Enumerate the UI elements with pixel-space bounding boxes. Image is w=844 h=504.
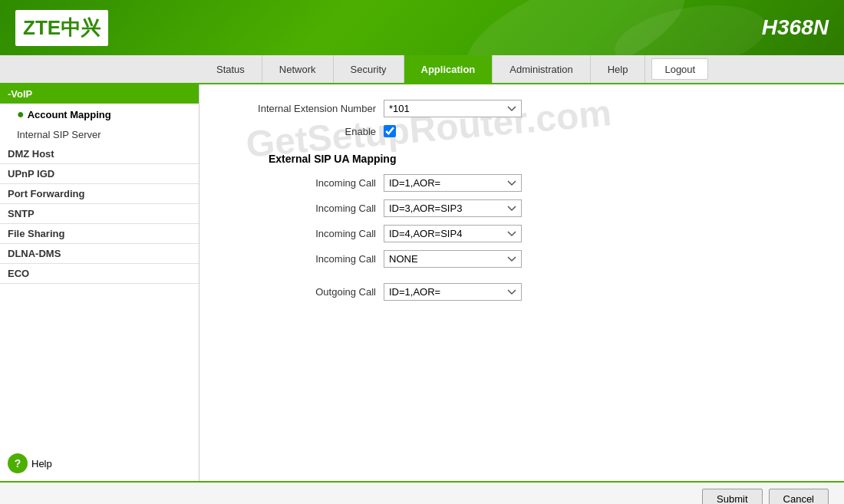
sidebar-help[interactable]: ? Help — [8, 453, 52, 473]
nav-security[interactable]: Security — [334, 55, 404, 83]
sidebar-voip-section: -VoIP — [0, 84, 199, 104]
enable-row: Enable — [223, 125, 821, 137]
incoming-call-row-1: Incoming Call ID=1,AOR= ID=2,AOR=SIP2 NO… — [223, 174, 821, 192]
sidebar-account-mapping-label: Account Mapping — [28, 109, 111, 120]
outgoing-call-select[interactable]: ID=1,AOR= ID=2,AOR=SIP2 NONE — [384, 283, 522, 301]
enable-label: Enable — [223, 126, 376, 137]
nav-bar: Status Network Security Application Admi… — [0, 55, 844, 84]
nav-status[interactable]: Status — [199, 55, 262, 83]
sidebar-item-dlna-dms[interactable]: DLNA-DMS — [0, 244, 199, 264]
incoming-call-row-4: Incoming Call NONE ID=1,AOR= — [223, 250, 821, 268]
sidebar-item-port-forwarding[interactable]: Port Forwarding — [0, 184, 199, 204]
main-layout: -VoIP ● Account Mapping Internal SIP Ser… — [0, 84, 844, 481]
sidebar-item-dmz-host[interactable]: DMZ Host — [0, 144, 199, 164]
header: ZTE中兴 H368N — [0, 0, 844, 55]
outgoing-call-label: Outgoing Call — [223, 286, 376, 298]
incoming-call-row-3: Incoming Call ID=4,AOR=SIP4 NONE — [223, 225, 821, 242]
bottom-section: Submit Cancel Copyright © 2013 ZTE Corpo… — [0, 481, 844, 504]
sidebar-help-label: Help — [31, 458, 52, 469]
help-icon: ? — [8, 453, 28, 473]
incoming-call-label-4: Incoming Call — [223, 253, 376, 265]
sidebar: -VoIP ● Account Mapping Internal SIP Ser… — [0, 84, 199, 481]
sidebar-item-upnp-igd[interactable]: UPnP IGD — [0, 164, 199, 184]
sidebar-internal-sip-label: Internal SIP Server — [17, 129, 101, 140]
sidebar-item-eco[interactable]: ECO — [0, 264, 199, 284]
extension-select[interactable]: *101 *102 *103 — [384, 100, 522, 117]
logo-text: ZTE中兴 — [23, 16, 101, 39]
nav-network[interactable]: Network — [262, 55, 334, 83]
incoming-call-label-3: Incoming Call — [223, 228, 376, 239]
nav-logout[interactable]: Logout — [651, 58, 708, 80]
section-title: External SIP UA Mapping — [269, 153, 821, 165]
incoming-call-select-2[interactable]: ID=3,AOR=SIP3 NONE — [384, 199, 522, 217]
submit-button[interactable]: Submit — [702, 489, 762, 504]
sidebar-item-file-sharing[interactable]: File Sharing — [0, 224, 199, 244]
outgoing-call-row: Outgoing Call ID=1,AOR= ID=2,AOR=SIP2 NO… — [223, 283, 821, 301]
sidebar-item-sntp[interactable]: SNTP — [0, 204, 199, 224]
extension-row: Internal Extension Number *101 *102 *103 — [223, 100, 821, 117]
cancel-button[interactable]: Cancel — [769, 489, 829, 504]
content-area: GetSetupRouter.com Internal Extension Nu… — [199, 84, 844, 481]
nav-application[interactable]: Application — [404, 55, 493, 83]
incoming-call-select-3[interactable]: ID=4,AOR=SIP4 NONE — [384, 225, 522, 242]
sidebar-item-internal-sip[interactable]: Internal SIP Server — [0, 125, 199, 144]
logo: ZTE中兴 — [15, 10, 108, 46]
incoming-call-label-2: Incoming Call — [223, 203, 376, 214]
incoming-call-label-1: Incoming Call — [223, 177, 376, 189]
nav-administration[interactable]: Administration — [493, 55, 590, 83]
sidebar-item-account-mapping[interactable]: ● Account Mapping — [0, 104, 199, 125]
incoming-call-select-1[interactable]: ID=1,AOR= ID=2,AOR=SIP2 NONE — [384, 174, 522, 192]
bullet-icon: ● — [17, 107, 25, 121]
incoming-call-select-4[interactable]: NONE ID=1,AOR= — [384, 250, 522, 268]
enable-checkbox[interactable] — [384, 125, 396, 137]
logo-box: ZTE中兴 — [15, 10, 108, 46]
extension-label: Internal Extension Number — [223, 103, 376, 114]
model-name: H368N — [762, 15, 829, 40]
footer-buttons: Submit Cancel — [0, 481, 844, 504]
nav-help[interactable]: Help — [591, 55, 646, 83]
incoming-call-row-2: Incoming Call ID=3,AOR=SIP3 NONE — [223, 199, 821, 217]
